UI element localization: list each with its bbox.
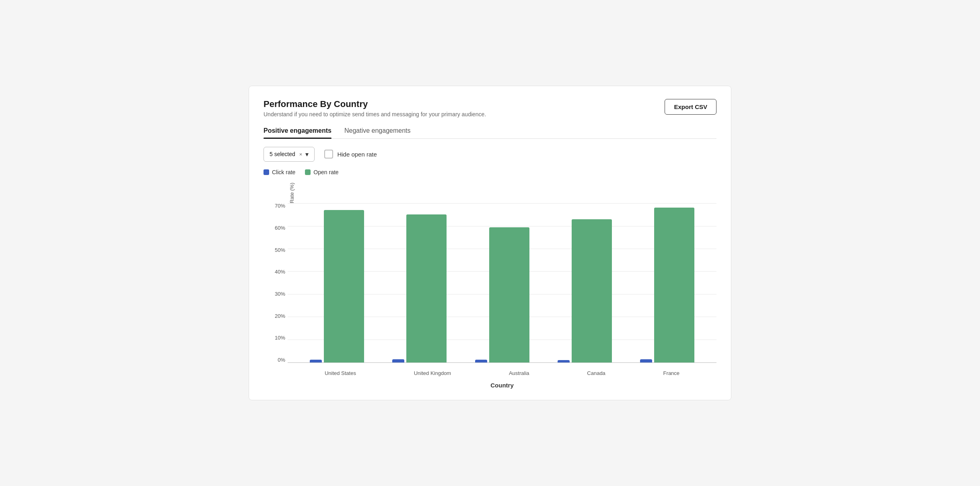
header-row: Performance By Country Understand if you… <box>264 99 716 117</box>
legend-click-rate-label: Click rate <box>272 169 295 175</box>
x-label-fr: France <box>663 370 679 376</box>
chart-legend: Click rate Open rate <box>264 169 716 175</box>
open-rate-bar-fr <box>654 208 694 362</box>
legend-click-rate: Click rate <box>264 169 295 175</box>
x-label-ca: Canada <box>587 370 605 376</box>
tabs: Positive engagements Negative engagement… <box>264 127 716 139</box>
header-text: Performance By Country Understand if you… <box>264 99 486 117</box>
click-rate-color-swatch <box>264 169 269 175</box>
y-label-70: 70% <box>275 203 285 208</box>
hide-open-rate-text: Hide open rate <box>337 151 377 158</box>
selected-count-label: 5 selected <box>270 151 295 157</box>
hide-open-rate-checkbox[interactable] <box>324 150 333 159</box>
legend-open-rate: Open rate <box>305 169 338 175</box>
x-axis-title: Country <box>288 382 716 389</box>
y-label-40: 40% <box>275 269 285 274</box>
chevron-down-icon: ▾ <box>305 150 309 158</box>
y-label-30: 30% <box>275 291 285 297</box>
click-rate-bar-au <box>475 360 487 362</box>
tab-negative-engagements[interactable]: Negative engagements <box>344 127 411 138</box>
click-rate-bar-uk <box>392 359 404 362</box>
y-axis-label: Rate (%) <box>288 183 296 203</box>
click-rate-bar-us <box>310 360 322 362</box>
tab-positive-engagements[interactable]: Positive engagements <box>264 127 331 138</box>
bar-group-au <box>461 203 543 362</box>
click-rate-bar-ca <box>558 360 570 362</box>
chart-wrapper: Rate (%) 70% 60% 50% 40% 30% 20% 10% 0% <box>264 183 716 389</box>
x-label-uk: United Kingdom <box>414 370 451 376</box>
country-filter-dropdown[interactable]: 5 selected × ▾ <box>264 147 315 162</box>
chart-inner: 70% 60% 50% 40% 30% 20% 10% 0% <box>288 203 716 389</box>
bar-group-fr <box>626 203 708 362</box>
performance-by-country-card: Performance By Country Understand if you… <box>249 86 731 400</box>
y-label-10: 10% <box>275 335 285 340</box>
open-rate-bar-uk <box>406 214 447 362</box>
export-csv-button[interactable]: Export CSV <box>665 99 716 115</box>
open-rate-bar-ca <box>572 219 612 362</box>
controls-row: 5 selected × ▾ Hide open rate <box>264 147 716 162</box>
legend-open-rate-label: Open rate <box>313 169 338 175</box>
y-label-60: 60% <box>275 225 285 231</box>
y-label-50: 50% <box>275 247 285 253</box>
x-label-au: Australia <box>509 370 529 376</box>
open-rate-color-swatch <box>305 169 311 175</box>
page-title: Performance By Country <box>264 99 486 109</box>
subtitle: Understand if you need to optimize send … <box>264 111 486 117</box>
bar-group-us <box>296 203 378 362</box>
y-label-20: 20% <box>275 313 285 319</box>
bar-group-uk <box>378 203 461 362</box>
bar-group-ca <box>544 203 626 362</box>
hide-open-rate-label[interactable]: Hide open rate <box>324 150 377 159</box>
open-rate-bar-au <box>489 227 529 363</box>
y-label-0: 0% <box>278 357 285 362</box>
x-label-us: United States <box>325 370 356 376</box>
clear-filter-icon[interactable]: × <box>299 151 303 157</box>
open-rate-bar-us <box>324 210 364 362</box>
click-rate-bar-fr <box>640 359 652 362</box>
